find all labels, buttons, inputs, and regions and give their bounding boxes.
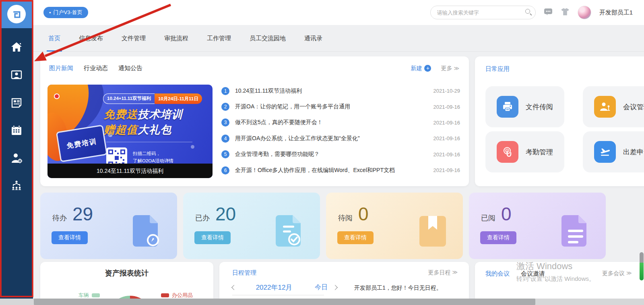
horizontal-scrollbar-thumb[interactable] — [34, 299, 535, 305]
app-label: 考勤管理 — [526, 147, 553, 157]
search-input[interactable] — [430, 6, 536, 19]
stat-value: 0 — [358, 203, 369, 225]
user-name[interactable]: 开发部员工1 — [599, 9, 633, 17]
attendance-icon — [497, 141, 518, 163]
sidebar-item-calendar[interactable] — [0, 117, 33, 145]
app-tile-attendance-mgmt[interactable]: 考勤管理 — [485, 131, 564, 172]
banner-badge-right: 10月24日-11月11日 — [155, 93, 202, 104]
daily-apps-title: 日常应用 — [485, 65, 510, 73]
legend-office-supplies[interactable]: 办公用品 — [161, 292, 193, 299]
news-item[interactable]: 1 10.24至11.11双节活动福利 2021-10-29 — [221, 83, 460, 99]
news-item[interactable]: 3 做不到这5点，真的不要随便开会！ 2021-09-16 — [221, 115, 460, 131]
news-item-title: 做不到这5点，真的不要随便开会！ — [235, 119, 427, 126]
news-item-date: 2021-09-16 — [433, 120, 460, 126]
vertical-scrollbar-thumb[interactable] — [640, 252, 644, 280]
org-chart-icon — [10, 180, 23, 194]
horizontal-scrollbar[interactable] — [0, 299, 644, 305]
message-icon[interactable] — [544, 8, 553, 17]
legend-swatch-green — [92, 293, 100, 297]
portal-tab-label: 门户V3-首页 — [54, 9, 83, 16]
plane-icon — [594, 141, 616, 163]
news-item[interactable]: 2 开源OA：让你的笔记，用一个账号多平台通用 2021-09-16 — [221, 99, 460, 114]
nav-tab-file-mgmt[interactable]: 文件管理 — [122, 25, 146, 52]
news-number-badge: 6 — [221, 166, 229, 174]
asset-report-title: 资产报表统计 — [40, 262, 213, 278]
sidebar-item-home[interactable] — [0, 34, 33, 62]
app-tile-business-trip[interactable]: 出差申请 — [583, 131, 644, 172]
app-label: 文件传阅 — [526, 102, 553, 112]
banner-divider — [106, 142, 192, 142]
top-bar: • 门户V3-首页 开发部员工1 — [33, 0, 644, 25]
news-item-date: 2021-09-16 — [433, 104, 460, 110]
read-detail-button[interactable]: 查看详情 — [480, 231, 516, 244]
double-chevron-icon: ≫ — [454, 65, 459, 71]
news-list: 1 10.24至11.11双节活动福利 2021-10-29 2 开源OA：让你… — [221, 83, 460, 178]
nav-tab-staff-community[interactable]: 员工交流园地 — [250, 25, 286, 52]
app-tile-file-circulation[interactable]: 文件传阅 — [485, 86, 564, 127]
news-panel: 图片新闻 行业动态 通知公告 新建 + 更多 ≫ 10.24+11.11双节福利… — [40, 56, 469, 186]
nav-tab-work-mgmt[interactable]: 工作管理 — [207, 25, 231, 52]
todo-detail-button[interactable]: 查看详情 — [52, 231, 88, 244]
app-tile-meeting-mgmt[interactable]: 会议管理 — [583, 86, 644, 127]
search-icon[interactable] — [525, 9, 530, 14]
meetings-more-button[interactable]: 更多会议 ≫ — [602, 270, 632, 277]
news-number-badge: 3 — [221, 118, 229, 127]
banner-clock-icon — [54, 93, 60, 99]
news-item[interactable]: 4 用开源OA办公系统，让企业工作状态更加“全景化” 2021-09-16 — [221, 131, 460, 146]
next-month-button[interactable] — [332, 285, 338, 290]
sidebar — [0, 0, 33, 305]
meeting-icon — [594, 96, 616, 118]
news-item-date: 2021-10-29 — [433, 88, 460, 94]
news-item-date: 2021-09-16 — [433, 135, 460, 141]
tab-meeting-invites[interactable]: 会议邀请 — [521, 270, 545, 278]
nav-tab-contacts[interactable]: 通讯录 — [304, 25, 322, 52]
schedule-title: 日程管理 — [232, 269, 256, 277]
news-tab-picture-news[interactable]: 图片新闻 — [49, 64, 73, 72]
daily-apps-panel: 日常应用 文件传阅 会议管理 — [475, 56, 644, 186]
calendar-month-label[interactable]: 2022年12月 — [236, 283, 312, 292]
user-avatar[interactable] — [578, 6, 591, 19]
portal-tab[interactable]: • 门户V3-首页 — [43, 7, 88, 18]
theme-shirt-icon[interactable] — [561, 8, 570, 17]
today-button[interactable]: 今日 — [315, 283, 328, 292]
news-new-button[interactable]: 新建 + — [411, 65, 431, 72]
person-gear-icon — [10, 152, 23, 166]
nav-tab-home[interactable]: 首页 — [48, 25, 60, 52]
tab-my-meetings[interactable]: 我的会议 — [485, 270, 510, 278]
legend-vehicle[interactable]: 车辆 — [78, 292, 100, 299]
news-item-title: 开源OA：让你的笔记，用一个账号多平台通用 — [235, 103, 427, 110]
news-item[interactable]: 5 企业管理考勤，需要哪些功能呢？ 2021-09-16 — [221, 147, 460, 162]
legend-swatch-red — [161, 293, 169, 297]
news-tab-notices[interactable]: 通知公告 — [118, 64, 142, 72]
nav-tab-info-publish[interactable]: 信息发布 — [79, 25, 103, 52]
news-item[interactable]: 6 全开源！Office多人协作应用，在线编辑Word、Excel和PPT文档 … — [221, 162, 460, 178]
news-tab-industry-trends[interactable]: 行业动态 — [84, 64, 108, 72]
search-box — [430, 6, 536, 19]
doc-check-icon — [273, 214, 306, 251]
tab-dot-icon: • — [49, 10, 51, 16]
news-banner-image[interactable]: 10.24+11.11双节福利 10月24日-11月11日 免费送技术培训 赠超… — [47, 85, 213, 178]
app-logo[interactable] — [0, 0, 33, 28]
stat-card-to-read: 待阅 0 查看详情 — [326, 193, 463, 259]
to-read-detail-button[interactable]: 查看详情 — [337, 231, 374, 244]
stat-card-todo: 待办 29 查看详情 — [40, 193, 177, 259]
schedule-more-button[interactable]: 更多日程 ≫ — [428, 269, 458, 276]
scrollbar-thumb-green — [640, 263, 644, 280]
sidebar-item-personal-settings[interactable] — [0, 145, 33, 173]
sidebar-item-video-meeting[interactable] — [0, 62, 33, 89]
stat-card-read: 已阅 0 查看详情 — [469, 193, 606, 259]
banner-caption: 10.24至11.11双节活动福利 — [47, 164, 213, 178]
news-more-button[interactable]: 更多 ≫ — [441, 65, 459, 72]
newspaper-icon — [10, 96, 23, 111]
calendar-divider — [232, 295, 324, 295]
sidebar-item-news[interactable] — [0, 89, 33, 117]
stat-value: 20 — [215, 203, 236, 225]
monitor-person-icon — [10, 68, 23, 83]
calendar-icon — [10, 124, 23, 139]
nav-tab-approval-flow[interactable]: 审批流程 — [164, 25, 188, 52]
done-detail-button[interactable]: 查看详情 — [194, 231, 231, 244]
stat-label: 已阅 — [481, 213, 495, 223]
sidebar-item-org-chart[interactable] — [0, 173, 33, 201]
stat-label: 待办 — [52, 213, 67, 223]
banner-headline-1: 免费送技术培训 — [104, 107, 183, 122]
